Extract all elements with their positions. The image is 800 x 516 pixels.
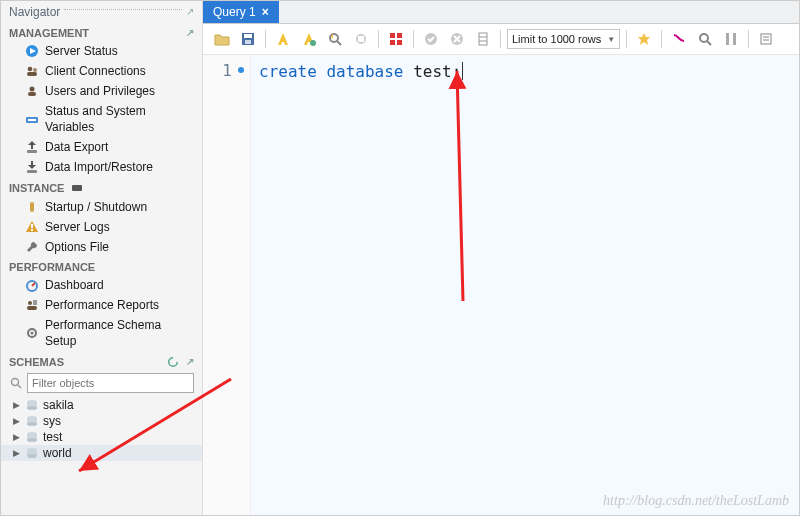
text-cursor <box>462 62 463 80</box>
snippets-button[interactable] <box>755 28 777 50</box>
import-icon <box>25 160 39 174</box>
toggle-invisible-button[interactable] <box>668 28 690 50</box>
tab-label: Query 1 <box>213 5 256 19</box>
schema-item-world[interactable]: ▶ world <box>1 445 202 461</box>
management-item-client-connections[interactable]: Client Connections <box>1 61 202 81</box>
instance-item-options-file[interactable]: Options File <box>1 237 202 257</box>
svg-line-42 <box>337 41 341 45</box>
caret-right-icon: ▶ <box>13 400 21 410</box>
schema-item-sys[interactable]: ▶ sys <box>1 413 202 429</box>
svg-rect-39 <box>245 40 251 44</box>
database-icon <box>25 430 39 444</box>
svg-line-56 <box>707 41 711 45</box>
management-heading: MANAGEMENT ↗ <box>1 23 202 41</box>
item-label: Users and Privileges <box>45 83 155 99</box>
schema-filter-input[interactable] <box>27 373 194 393</box>
caret-right-icon: ▶ <box>13 432 21 442</box>
performance-heading: PERFORMANCE <box>1 257 202 275</box>
item-label: Startup / Shutdown <box>45 199 147 215</box>
management-item-users-privileges[interactable]: Users and Privileges <box>1 81 202 101</box>
svg-point-5 <box>30 87 35 92</box>
database-icon <box>25 398 39 412</box>
execute-current-button[interactable] <box>298 28 320 50</box>
svg-point-36 <box>27 454 37 458</box>
item-label: Status and System Variables <box>45 103 194 135</box>
svg-rect-51 <box>479 33 487 45</box>
svg-rect-10 <box>27 170 37 173</box>
find-button[interactable] <box>694 28 716 50</box>
item-label: Server Logs <box>45 219 110 235</box>
instance-item-startup-shutdown[interactable]: Startup / Shutdown <box>1 197 202 217</box>
toggle-wrap-button[interactable] <box>720 28 742 50</box>
svg-line-17 <box>32 283 35 286</box>
chevron-down-icon: ▼ <box>607 35 615 44</box>
management-item-data-import[interactable]: Data Import/Restore <box>1 157 202 177</box>
navigator-title: Navigator <box>9 5 60 19</box>
performance-item-reports[interactable]: Performance Reports <box>1 295 202 315</box>
svg-rect-47 <box>390 40 395 45</box>
toggle-autocommit-button[interactable] <box>385 28 407 50</box>
panel-expand-icon[interactable]: ↗ <box>186 7 194 17</box>
caret-right-icon: ▶ <box>13 416 21 426</box>
execute-button[interactable] <box>272 28 294 50</box>
management-item-server-status[interactable]: Server Status <box>1 41 202 61</box>
svg-point-3 <box>33 68 37 72</box>
watermark-text: http://blog.csdn.net/theLostLamb <box>603 493 789 509</box>
statement-marker-icon <box>238 67 244 73</box>
beautify-button[interactable] <box>633 28 655 50</box>
tab-close-icon[interactable]: × <box>262 5 269 19</box>
performance-item-dashboard[interactable]: Dashboard <box>1 275 202 295</box>
row-limit-dropdown[interactable]: Limit to 1000 rows ▼ <box>507 29 620 49</box>
schemas-expand-icon[interactable]: ↗ <box>186 357 194 367</box>
svg-rect-20 <box>33 300 37 305</box>
line-number: 1 <box>203 59 244 81</box>
variables-icon <box>25 112 39 126</box>
schema-item-sakila[interactable]: ▶ sakila <box>1 397 202 413</box>
stop-button[interactable] <box>350 28 372 50</box>
query-tab[interactable]: Query 1 × <box>203 1 279 23</box>
app-root: Navigator ↗ MANAGEMENT ↗ Server Status C… <box>0 0 800 516</box>
svg-rect-14 <box>31 224 33 228</box>
schema-setup-icon <box>25 326 39 340</box>
schema-item-test[interactable]: ▶ test <box>1 429 202 445</box>
open-file-button[interactable] <box>211 28 233 50</box>
export-icon <box>25 140 39 154</box>
svg-point-27 <box>27 406 37 410</box>
toolbar-separator <box>413 30 414 48</box>
database-icon <box>25 414 39 428</box>
section-expand-icon[interactable]: ↗ <box>186 28 194 38</box>
title-separator <box>64 9 182 10</box>
code-area[interactable]: create database test; <box>251 55 799 515</box>
toolbar-separator <box>748 30 749 48</box>
instance-item-server-logs[interactable]: Server Logs <box>1 217 202 237</box>
schema-label: world <box>43 446 72 460</box>
rollback-button[interactable] <box>446 28 468 50</box>
svg-point-18 <box>28 301 32 305</box>
management-item-data-export[interactable]: Data Export <box>1 137 202 157</box>
navigator-title-row: Navigator ↗ <box>1 1 202 23</box>
svg-rect-6 <box>28 92 36 96</box>
svg-point-30 <box>27 422 37 426</box>
caret-right-icon: ▶ <box>13 448 21 458</box>
toggle-limit-button[interactable] <box>472 28 494 50</box>
svg-point-55 <box>700 34 708 42</box>
limit-label: Limit to 1000 rows <box>512 33 601 45</box>
dashboard-icon <box>25 278 39 292</box>
explain-button[interactable] <box>324 28 346 50</box>
management-item-status-vars[interactable]: Status and System Variables <box>1 101 202 137</box>
performance-item-schema-setup[interactable]: Performance Schema Setup <box>1 315 202 351</box>
commit-button[interactable] <box>420 28 442 50</box>
toolbar-separator <box>626 30 627 48</box>
save-file-button[interactable] <box>237 28 259 50</box>
schemas-heading: SCHEMAS ↗ <box>1 351 202 371</box>
svg-rect-57 <box>726 33 729 45</box>
item-label: Dashboard <box>45 277 104 293</box>
sql-toolbar: Limit to 1000 rows ▼ <box>203 24 799 55</box>
svg-rect-9 <box>27 150 37 153</box>
item-label: Options File <box>45 239 109 255</box>
sql-editor[interactable]: 1 create database test; <box>203 55 799 515</box>
schema-label: sys <box>43 414 61 428</box>
refresh-icon[interactable] <box>166 355 180 369</box>
toolbar-separator <box>661 30 662 48</box>
code-line: create database test; <box>259 59 799 81</box>
